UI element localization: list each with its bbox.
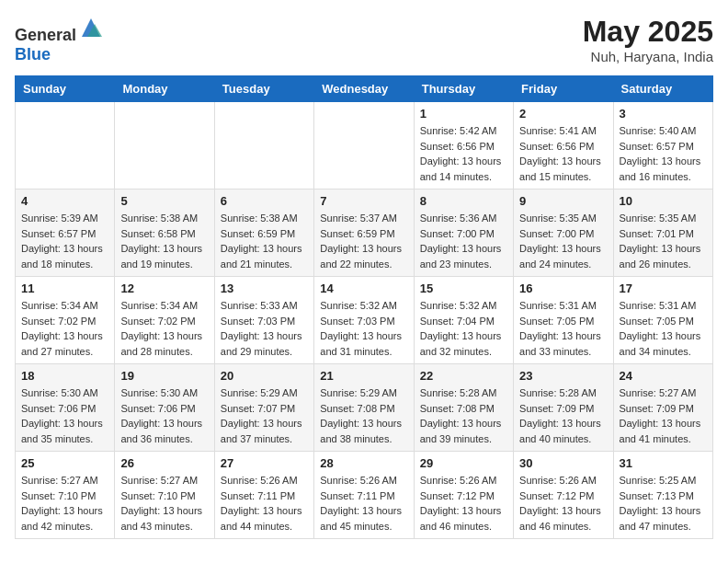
day-number: 28	[320, 456, 407, 470]
day-info: Sunrise: 5:29 AM Sunset: 7:07 PM Dayligh…	[221, 385, 308, 446]
day-number: 4	[21, 194, 108, 208]
day-info: Sunrise: 5:37 AM Sunset: 6:59 PM Dayligh…	[320, 211, 407, 271]
col-thursday: Thursday	[414, 76, 513, 102]
table-row: 9Sunrise: 5:35 AM Sunset: 7:00 PM Daylig…	[514, 190, 613, 277]
table-row	[16, 102, 115, 190]
day-info: Sunrise: 5:27 AM Sunset: 7:10 PM Dayligh…	[21, 473, 108, 534]
table-row: 14Sunrise: 5:32 AM Sunset: 7:03 PM Dayli…	[314, 277, 414, 364]
day-number: 22	[420, 369, 507, 383]
table-row: 1Sunrise: 5:42 AM Sunset: 6:56 PM Daylig…	[414, 102, 513, 190]
table-row: 25Sunrise: 5:27 AM Sunset: 7:10 PM Dayli…	[16, 452, 115, 539]
logo-blue: Blue	[15, 45, 51, 63]
table-row: 17Sunrise: 5:31 AM Sunset: 7:05 PM Dayli…	[613, 277, 712, 364]
day-number: 31	[620, 456, 707, 470]
table-row: 11Sunrise: 5:34 AM Sunset: 7:02 PM Dayli…	[16, 277, 115, 364]
day-number: 3	[620, 107, 707, 121]
day-info: Sunrise: 5:35 AM Sunset: 7:00 PM Dayligh…	[519, 211, 607, 271]
table-row: 27Sunrise: 5:26 AM Sunset: 7:11 PM Dayli…	[214, 452, 313, 539]
day-number: 29	[420, 456, 507, 470]
table-row: 24Sunrise: 5:27 AM Sunset: 7:09 PM Dayli…	[613, 364, 712, 452]
table-row: 4Sunrise: 5:39 AM Sunset: 6:57 PM Daylig…	[16, 190, 115, 277]
table-row	[115, 102, 214, 190]
day-info: Sunrise: 5:34 AM Sunset: 7:02 PM Dayligh…	[120, 298, 208, 359]
day-info: Sunrise: 5:26 AM Sunset: 7:12 PM Dayligh…	[420, 473, 507, 534]
day-info: Sunrise: 5:36 AM Sunset: 7:00 PM Dayligh…	[420, 211, 507, 271]
col-sunday: Sunday	[16, 76, 115, 102]
logo: General Blue	[15, 15, 104, 64]
day-info: Sunrise: 5:28 AM Sunset: 7:08 PM Dayligh…	[420, 385, 507, 446]
table-row: 21Sunrise: 5:29 AM Sunset: 7:08 PM Dayli…	[314, 364, 414, 452]
day-info: Sunrise: 5:39 AM Sunset: 6:57 PM Dayligh…	[21, 211, 108, 271]
day-info: Sunrise: 5:32 AM Sunset: 7:04 PM Dayligh…	[420, 298, 507, 359]
day-info: Sunrise: 5:30 AM Sunset: 7:06 PM Dayligh…	[120, 385, 208, 446]
day-number: 27	[221, 456, 308, 470]
day-info: Sunrise: 5:38 AM Sunset: 6:58 PM Dayligh…	[120, 211, 208, 271]
day-number: 5	[120, 194, 208, 208]
day-number: 30	[519, 456, 607, 470]
day-number: 21	[320, 369, 407, 383]
calendar-table: Sunday Monday Tuesday Wednesday Thursday…	[15, 75, 713, 539]
table-row: 20Sunrise: 5:29 AM Sunset: 7:07 PM Dayli…	[214, 364, 313, 452]
col-monday: Monday	[115, 76, 214, 102]
col-saturday: Saturday	[613, 76, 712, 102]
table-row: 26Sunrise: 5:27 AM Sunset: 7:10 PM Dayli…	[115, 452, 214, 539]
table-row: 23Sunrise: 5:28 AM Sunset: 7:09 PM Dayli…	[514, 364, 613, 452]
table-row: 31Sunrise: 5:25 AM Sunset: 7:13 PM Dayli…	[613, 452, 712, 539]
day-info: Sunrise: 5:35 AM Sunset: 7:01 PM Dayligh…	[620, 211, 707, 271]
calendar-week-row: 4Sunrise: 5:39 AM Sunset: 6:57 PM Daylig…	[16, 190, 713, 277]
day-info: Sunrise: 5:26 AM Sunset: 7:11 PM Dayligh…	[221, 473, 308, 534]
day-number: 19	[120, 369, 208, 383]
logo-general: General	[15, 26, 76, 44]
day-info: Sunrise: 5:30 AM Sunset: 7:06 PM Dayligh…	[21, 385, 108, 446]
page-header: General Blue May 2025 Nuh, Haryana, Indi…	[15, 15, 713, 64]
day-number: 16	[519, 282, 607, 295]
table-row: 7Sunrise: 5:37 AM Sunset: 6:59 PM Daylig…	[314, 190, 414, 277]
day-number: 13	[221, 282, 308, 295]
day-number: 18	[21, 369, 108, 383]
table-row: 12Sunrise: 5:34 AM Sunset: 7:02 PM Dayli…	[115, 277, 214, 364]
day-info: Sunrise: 5:25 AM Sunset: 7:13 PM Dayligh…	[620, 473, 707, 534]
table-row	[214, 102, 313, 190]
day-number: 9	[519, 194, 607, 208]
day-info: Sunrise: 5:33 AM Sunset: 7:03 PM Dayligh…	[221, 298, 308, 359]
day-number: 23	[519, 369, 607, 383]
day-info: Sunrise: 5:31 AM Sunset: 7:05 PM Dayligh…	[620, 298, 707, 359]
day-info: Sunrise: 5:29 AM Sunset: 7:08 PM Dayligh…	[320, 385, 407, 446]
day-number: 6	[221, 194, 308, 208]
day-number: 11	[21, 282, 108, 295]
day-info: Sunrise: 5:34 AM Sunset: 7:02 PM Dayligh…	[21, 298, 108, 359]
day-info: Sunrise: 5:32 AM Sunset: 7:03 PM Dayligh…	[320, 298, 407, 359]
day-number: 20	[221, 369, 308, 383]
col-tuesday: Tuesday	[214, 76, 313, 102]
day-info: Sunrise: 5:27 AM Sunset: 7:09 PM Dayligh…	[620, 385, 707, 446]
table-row: 30Sunrise: 5:26 AM Sunset: 7:12 PM Dayli…	[514, 452, 613, 539]
table-row: 16Sunrise: 5:31 AM Sunset: 7:05 PM Dayli…	[514, 277, 613, 364]
table-row: 2Sunrise: 5:41 AM Sunset: 6:56 PM Daylig…	[514, 102, 613, 190]
table-row: 28Sunrise: 5:26 AM Sunset: 7:11 PM Dayli…	[314, 452, 414, 539]
calendar-week-row: 25Sunrise: 5:27 AM Sunset: 7:10 PM Dayli…	[16, 452, 713, 539]
day-number: 7	[320, 194, 407, 208]
logo-icon	[78, 15, 104, 40]
page-subtitle: Nuh, Haryana, India	[583, 49, 713, 64]
title-block: May 2025 Nuh, Haryana, India	[583, 15, 713, 64]
day-number: 1	[420, 107, 507, 121]
table-row: 15Sunrise: 5:32 AM Sunset: 7:04 PM Dayli…	[414, 277, 513, 364]
table-row: 10Sunrise: 5:35 AM Sunset: 7:01 PM Dayli…	[613, 190, 712, 277]
day-info: Sunrise: 5:31 AM Sunset: 7:05 PM Dayligh…	[519, 298, 607, 359]
day-number: 15	[420, 282, 507, 295]
day-info: Sunrise: 5:26 AM Sunset: 7:12 PM Dayligh…	[519, 473, 607, 534]
day-info: Sunrise: 5:28 AM Sunset: 7:09 PM Dayligh…	[519, 385, 607, 446]
table-row: 6Sunrise: 5:38 AM Sunset: 6:59 PM Daylig…	[214, 190, 313, 277]
calendar-week-row: 1Sunrise: 5:42 AM Sunset: 6:56 PM Daylig…	[16, 102, 713, 190]
day-number: 26	[120, 456, 208, 470]
table-row: 8Sunrise: 5:36 AM Sunset: 7:00 PM Daylig…	[414, 190, 513, 277]
table-row: 29Sunrise: 5:26 AM Sunset: 7:12 PM Dayli…	[414, 452, 513, 539]
table-row: 18Sunrise: 5:30 AM Sunset: 7:06 PM Dayli…	[16, 364, 115, 452]
day-number: 25	[21, 456, 108, 470]
day-info: Sunrise: 5:27 AM Sunset: 7:10 PM Dayligh…	[120, 473, 208, 534]
page-title: May 2025	[583, 15, 713, 49]
day-number: 10	[620, 194, 707, 208]
table-row: 13Sunrise: 5:33 AM Sunset: 7:03 PM Dayli…	[214, 277, 313, 364]
table-row: 22Sunrise: 5:28 AM Sunset: 7:08 PM Dayli…	[414, 364, 513, 452]
calendar-week-row: 18Sunrise: 5:30 AM Sunset: 7:06 PM Dayli…	[16, 364, 713, 452]
